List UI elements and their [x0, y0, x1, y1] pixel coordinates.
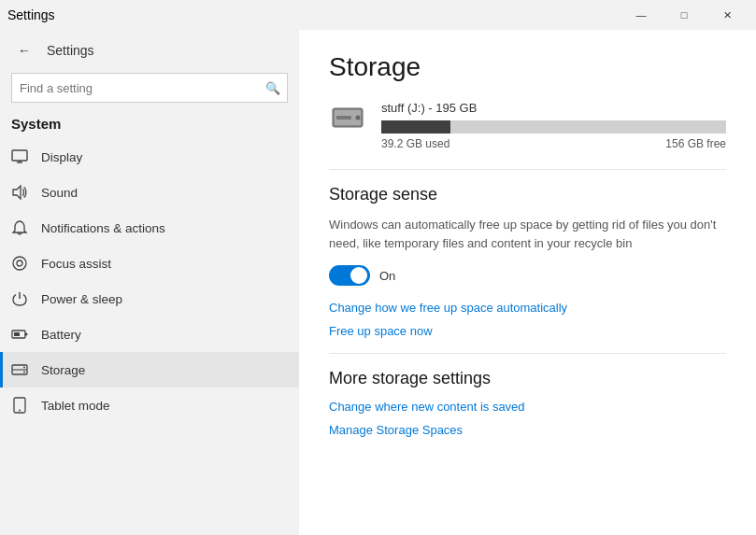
- sidebar-label-focus: Focus assist: [41, 257, 111, 271]
- focus-icon: [11, 255, 28, 272]
- storage-sense-title: Storage sense: [329, 185, 726, 204]
- main-layout: ← Settings 🔍 System Display: [0, 30, 756, 535]
- sidebar-header: ← Settings: [0, 30, 299, 67]
- svg-point-16: [356, 116, 361, 120]
- more-settings-link1[interactable]: Change where new content is saved: [329, 400, 726, 414]
- svg-point-4: [13, 257, 26, 270]
- sidebar-item-notifications[interactable]: Notifications & actions: [0, 210, 299, 246]
- sidebar-item-power[interactable]: Power & sleep: [0, 281, 299, 317]
- search-icon: 🔍: [265, 81, 280, 95]
- sidebar-label-tablet: Tablet mode: [41, 399, 110, 413]
- drive-name: stuff (J:) - 195 GB: [381, 101, 726, 115]
- back-button[interactable]: ←: [11, 37, 37, 63]
- svg-point-13: [19, 410, 21, 412]
- search-box: 🔍: [11, 73, 288, 103]
- titlebar-controls: — □ ✕: [620, 0, 749, 30]
- sidebar-item-focus[interactable]: Focus assist: [0, 246, 299, 281]
- storage-sense-description: Windows can automatically free up space …: [329, 216, 726, 252]
- free-up-space-link1[interactable]: Change how we free up space automaticall…: [329, 301, 726, 315]
- svg-rect-7: [14, 332, 20, 336]
- free-label: 156 GB free: [665, 137, 726, 150]
- content-area: Storage stuff (J:) - 195 GB 39.2 GB used: [299, 30, 756, 535]
- free-up-space-link2[interactable]: Free up space now: [329, 324, 726, 338]
- sidebar-item-storage[interactable]: Storage: [0, 352, 299, 387]
- toggle-knob: [350, 267, 367, 284]
- page-title: Storage: [329, 52, 726, 82]
- titlebar: Settings — □ ✕: [0, 0, 756, 30]
- titlebar-left: Settings: [7, 7, 620, 22]
- svg-rect-17: [336, 116, 351, 120]
- close-button[interactable]: ✕: [706, 0, 749, 30]
- sidebar-label-battery: Battery: [41, 328, 81, 342]
- search-input[interactable]: [11, 73, 288, 103]
- minimize-button[interactable]: —: [620, 0, 663, 30]
- more-settings-title: More storage settings: [329, 369, 726, 388]
- svg-point-5: [17, 260, 22, 266]
- sidebar-label-power: Power & sleep: [41, 292, 122, 306]
- tablet-icon: [11, 397, 28, 414]
- divider-1: [329, 169, 726, 170]
- svg-rect-0: [12, 150, 27, 161]
- display-icon: [11, 148, 28, 165]
- sidebar-item-display[interactable]: Display: [0, 139, 299, 175]
- storage-labels: 39.2 GB used 156 GB free: [381, 137, 726, 150]
- svg-point-11: [23, 372, 25, 373]
- battery-icon: [11, 326, 28, 343]
- maximize-button[interactable]: □: [663, 0, 706, 30]
- sound-icon: [11, 184, 28, 201]
- more-settings-link2[interactable]: Manage Storage Spaces: [329, 423, 726, 437]
- svg-point-10: [23, 367, 25, 369]
- used-label: 39.2 GB used: [381, 137, 449, 150]
- sidebar-label-notifications: Notifications & actions: [41, 221, 165, 235]
- divider-2: [329, 353, 726, 354]
- storage-drive: stuff (J:) - 195 GB 39.2 GB used 156 GB …: [329, 101, 726, 150]
- storage-icon: [11, 361, 28, 378]
- svg-marker-3: [13, 186, 21, 199]
- sidebar: ← Settings 🔍 System Display: [0, 30, 299, 535]
- sidebar-item-sound[interactable]: Sound: [0, 175, 299, 210]
- sidebar-label-display: Display: [41, 150, 82, 164]
- sidebar-item-tablet[interactable]: Tablet mode: [0, 387, 299, 423]
- titlebar-title: Settings: [7, 7, 55, 22]
- storage-bar-fill: [381, 120, 450, 134]
- power-icon: [11, 290, 28, 307]
- notifications-icon: [11, 219, 28, 236]
- sidebar-section-title: System: [0, 112, 299, 139]
- sidebar-label-storage: Storage: [41, 363, 85, 377]
- sidebar-label-sound: Sound: [41, 186, 78, 200]
- sidebar-app-title: Settings: [47, 43, 94, 58]
- toggle-label: On: [379, 269, 395, 283]
- sidebar-item-battery[interactable]: Battery: [0, 317, 299, 352]
- drive-icon: [329, 101, 366, 134]
- toggle-row: On: [329, 265, 726, 286]
- storage-bar-track: [381, 120, 726, 134]
- drive-details: stuff (J:) - 195 GB 39.2 GB used 156 GB …: [381, 101, 726, 150]
- storage-sense-toggle[interactable]: [329, 265, 370, 286]
